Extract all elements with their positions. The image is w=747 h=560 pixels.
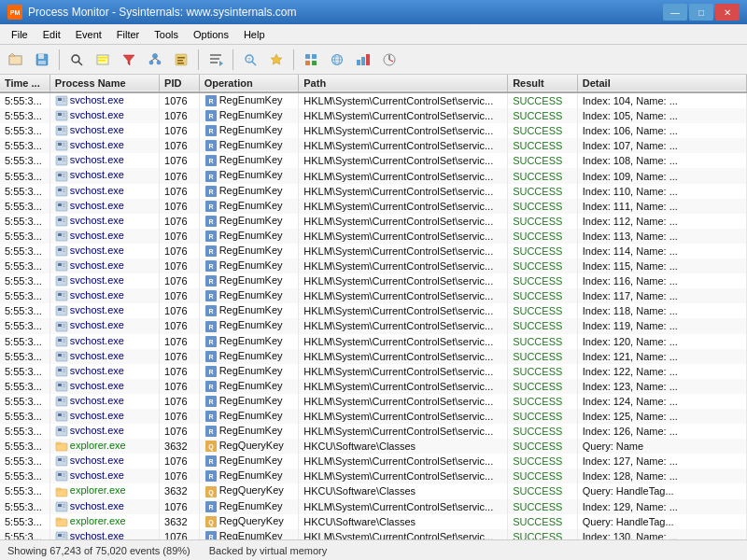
table-row[interactable]: 5:55:3... svchost.exe 1076 RRegEnumKey H… <box>0 273 747 288</box>
cell-path: HKLM\System\CurrentControlSet\servic... <box>299 123 508 138</box>
properties-button[interactable] <box>264 48 289 72</box>
table-row[interactable]: 5:55:3... svchost.exe 1076 RRegEnumKey H… <box>0 229 747 244</box>
svchost-icon <box>55 170 68 183</box>
registry-op-icon: R <box>204 530 218 539</box>
table-row[interactable]: 5:55:3... explorer.exe 3632 QRegQueryKey… <box>0 483 747 498</box>
col-header-detail[interactable]: Detail <box>577 75 746 92</box>
show-process-button[interactable] <box>351 48 375 72</box>
svg-rect-169 <box>63 399 65 400</box>
highlight-button[interactable] <box>91 48 115 72</box>
table-row[interactable]: 5:55:3... svchost.exe 1076 RRegEnumKey H… <box>0 349 747 364</box>
find-button[interactable] <box>64 48 89 72</box>
svg-marker-27 <box>219 61 223 66</box>
cell-process: svchost.exe <box>49 454 159 469</box>
cell-operation: QRegQueryKey <box>199 439 299 454</box>
cell-path: HKLM\System\CurrentControlSet\servic... <box>299 259 508 273</box>
process-tree-button[interactable] <box>143 48 167 72</box>
menu-tools[interactable]: Tools <box>147 27 186 42</box>
svg-rect-80 <box>63 175 65 177</box>
menu-options[interactable]: Options <box>186 27 236 42</box>
registry-button[interactable] <box>169 48 193 72</box>
table-row[interactable]: 5:55:3... svchost.exe 1076 RRegEnumKey H… <box>0 454 747 469</box>
menu-event[interactable]: Event <box>68 27 109 42</box>
table-row[interactable]: 5:55:3... explorer.exe 3632 QRegQueryKey… <box>0 514 747 529</box>
svg-rect-101 <box>56 231 67 241</box>
table-row[interactable]: 5:55:3... svchost.exe 1076 RRegEnumKey H… <box>0 529 747 539</box>
table-row[interactable]: 5:55:3... svchost.exe 1076 RRegEnumKey H… <box>0 92 747 108</box>
svg-rect-50 <box>63 101 65 103</box>
table-row[interactable]: 5:55:3... svchost.exe 1076 RRegEnumKey H… <box>0 364 747 379</box>
svg-rect-73 <box>63 158 65 160</box>
table-row[interactable]: 5:55:3... svchost.exe 1076 RRegEnumKey H… <box>0 409 747 424</box>
table-row[interactable]: 5:55:3... svchost.exe 1076 RRegEnumKey H… <box>0 288 747 303</box>
menu-file[interactable]: File <box>4 27 35 42</box>
cell-detail: Index: 115, Name: ... <box>577 259 746 273</box>
table-row[interactable]: 5:55:3... svchost.exe 1076 RRegEnumKey H… <box>0 303 747 318</box>
cell-time: 5:55:3... <box>0 409 49 424</box>
table-row[interactable]: 5:55:3... svchost.exe 1076 RRegEnumKey H… <box>0 499 747 514</box>
table-row[interactable]: 5:55:3... svchost.exe 1076 RRegEnumKey H… <box>0 318 747 333</box>
table-row[interactable]: 5:55:3... svchost.exe 1076 RRegEnumKey H… <box>0 123 747 138</box>
menu-edit[interactable]: Edit <box>35 27 68 42</box>
table-row[interactable]: 5:55:3... svchost.exe 1076 RRegEnumKey H… <box>0 259 747 273</box>
autoscroll-button[interactable] <box>204 48 228 72</box>
col-header-time[interactable]: Time ... <box>0 75 49 92</box>
table-row[interactable]: 5:55:3... svchost.exe 1076 RRegEnumKey H… <box>0 424 747 439</box>
svg-text:R: R <box>208 399 213 405</box>
show-registry-button[interactable] <box>299 48 323 72</box>
search-online-button[interactable]: ? <box>238 48 262 72</box>
col-header-result[interactable]: Result <box>508 75 578 92</box>
show-profiling-button[interactable] <box>377 48 402 72</box>
col-header-process[interactable]: Process Name <box>49 75 159 92</box>
cell-process: svchost.exe <box>49 199 159 214</box>
col-header-operation[interactable]: Operation <box>199 75 299 92</box>
cell-process: svchost.exe <box>49 108 159 123</box>
menu-help[interactable]: Help <box>236 27 273 42</box>
cell-process: explorer.exe <box>49 483 159 498</box>
table-row[interactable]: 5:55:3... svchost.exe 1076 RRegEnumKey H… <box>0 108 747 123</box>
table-row[interactable]: 5:55:3... svchost.exe 1076 RRegEnumKey H… <box>0 334 747 349</box>
table-row[interactable]: 5:55:3... svchost.exe 1076 RRegEnumKey H… <box>0 244 747 259</box>
svg-rect-216 <box>58 534 62 537</box>
maximize-button[interactable]: □ <box>689 4 713 21</box>
cell-time: 5:55:3... <box>0 334 49 349</box>
table-row[interactable]: 5:55:3... svchost.exe 1076 RRegEnumKey H… <box>0 184 747 199</box>
cell-detail: Index: 124, Name: ... <box>577 394 746 409</box>
col-header-path[interactable]: Path <box>299 75 508 92</box>
cell-path: HKLM\System\CurrentControlSet\servic... <box>299 214 508 229</box>
svg-rect-33 <box>312 54 317 59</box>
table-row[interactable]: 5:55:3... svchost.exe 1076 RRegEnumKey H… <box>0 153 747 168</box>
cell-pid: 1076 <box>160 469 200 483</box>
open-button[interactable] <box>4 48 28 72</box>
app-icon: PM <box>7 5 22 20</box>
save-button[interactable] <box>30 48 54 72</box>
cell-operation: RRegEnumKey <box>199 288 299 303</box>
svg-rect-217 <box>63 534 65 536</box>
show-network-button[interactable] <box>325 48 349 72</box>
table-row[interactable]: 5:55:3... svchost.exe 1076 RRegEnumKey H… <box>0 394 747 409</box>
table-row[interactable]: 5:55:3... svchost.exe 1076 RRegEnumKey H… <box>0 199 747 214</box>
svg-rect-79 <box>63 174 65 175</box>
cell-operation: RRegEnumKey <box>199 364 299 379</box>
menu-filter[interactable]: Filter <box>109 27 147 42</box>
svg-text:R: R <box>208 458 213 465</box>
close-button[interactable]: ✕ <box>715 4 740 21</box>
col-header-pid[interactable]: PID <box>160 75 200 92</box>
table-row[interactable]: 5:55:3... svchost.exe 1076 RRegEnumKey H… <box>0 379 747 394</box>
cell-operation: RRegEnumKey <box>199 123 299 138</box>
cell-pid: 1076 <box>160 153 200 168</box>
minimize-button[interactable]: — <box>663 4 687 21</box>
table-row[interactable]: 5:55:3... explorer.exe 3632 QRegQueryKey… <box>0 439 747 454</box>
table-row[interactable]: 5:55:3... svchost.exe 1076 RRegEnumKey H… <box>0 168 747 183</box>
table-wrapper[interactable]: Time ... Process Name PID Operation Path… <box>0 75 747 539</box>
filter-button[interactable] <box>117 48 141 72</box>
table-row[interactable]: 5:55:3... svchost.exe 1076 RRegEnumKey H… <box>0 469 747 483</box>
registry-op-icon: Q <box>204 485 218 498</box>
table-row[interactable]: 5:55:3... svchost.exe 1076 RRegEnumKey H… <box>0 214 747 229</box>
svg-rect-47 <box>56 96 67 105</box>
svg-rect-65 <box>56 141 67 150</box>
svg-rect-22 <box>177 60 183 62</box>
cell-result: SUCCESS <box>508 273 578 288</box>
cell-operation: RRegEnumKey <box>199 303 299 318</box>
table-row[interactable]: 5:55:3... svchost.exe 1076 RRegEnumKey H… <box>0 138 747 153</box>
